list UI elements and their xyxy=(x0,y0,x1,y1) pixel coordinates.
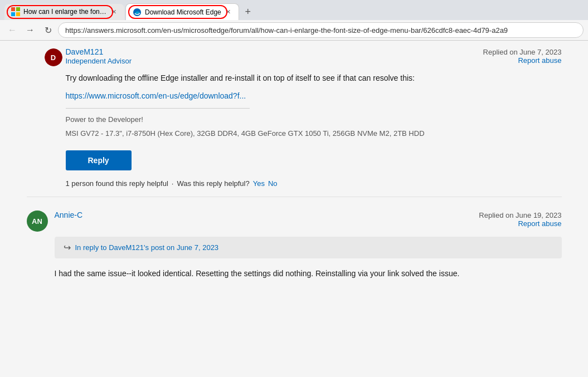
tab-1-title: How can I enlarge the font size o xyxy=(23,8,107,16)
in-reply-box: ↪ In reply to DaveM121's post on June 7,… xyxy=(55,237,562,258)
tab-2-close[interactable]: ✕ xyxy=(225,7,232,17)
anniec-avatar: AN xyxy=(27,210,48,232)
anniec-body: I had the same issue--it looked identica… xyxy=(55,267,562,280)
refresh-button[interactable]: ↻ xyxy=(40,22,56,38)
user-info-2: Annie-C xyxy=(55,210,83,219)
reply-button-row-1: Reply xyxy=(66,150,562,170)
reply-header-2: Annie-C Replied on June 19, 2023 Report … xyxy=(55,210,562,228)
user-role-1: Independent Advisor xyxy=(66,57,132,65)
back-button[interactable]: ← xyxy=(4,22,20,38)
helpful-yes-button[interactable]: Yes xyxy=(253,179,265,188)
tab-bar: How can I enlarge the font size o ✕ Down… xyxy=(0,0,588,20)
helpful-dot: · xyxy=(172,179,174,188)
reply-block-anniec: AN Annie-C Replied on June 19, 2023 Repo… xyxy=(16,202,573,288)
reply-date-2: Replied on June 19, 2023 xyxy=(479,211,561,219)
tab-2-title: Download Microsoft Edge xyxy=(145,8,221,16)
anniec-content: Annie-C Replied on June 19, 2023 Report … xyxy=(55,210,562,280)
browser-chrome: How can I enlarge the font size o ✕ Down… xyxy=(0,0,588,41)
reply-sig-1: Power to the Developer! xyxy=(66,114,562,126)
username-davem121[interactable]: DaveM121 xyxy=(66,47,104,56)
helpful-count: 1 person found this reply helpful xyxy=(66,179,168,188)
username-anniec[interactable]: Annie-C xyxy=(55,210,83,219)
reply-meta-1: Replied on June 7, 2023 Report abuse xyxy=(483,47,562,65)
reply-divider-1 xyxy=(66,108,250,109)
helpful-no-button[interactable]: No xyxy=(268,179,278,188)
reply-date-1: Replied on June 7, 2023 xyxy=(483,48,562,56)
reply-sys-1: MSI GV72 - 17.3", i7-8750H (Hex Core), 3… xyxy=(66,128,562,140)
reply-block-davem121: D DaveM121 Independent Advisor Replied o… xyxy=(16,41,573,194)
report-abuse-2[interactable]: Report abuse xyxy=(479,219,561,228)
section-divider xyxy=(27,197,562,197)
tab-1[interactable]: How can I enlarge the font size o ✕ xyxy=(4,4,124,20)
svg-rect-0 xyxy=(11,7,15,11)
helpful-row-1: 1 person found this reply helpful · Was … xyxy=(66,179,562,188)
in-reply-link[interactable]: In reply to DaveM121's post on June 7, 2… xyxy=(75,243,219,252)
address-bar[interactable] xyxy=(58,22,584,38)
davem121-avatar: D xyxy=(45,48,62,66)
tab-2-favicon xyxy=(133,8,142,17)
reply-meta-2: Replied on June 19, 2023 Report abuse xyxy=(479,210,561,228)
svg-rect-1 xyxy=(16,7,20,11)
reply-header-1: DaveM121 Independent Advisor Replied on … xyxy=(66,47,562,65)
reply-text-1: Try downloading the offline Edge install… xyxy=(66,72,562,84)
reply-arrow-icon: ↪ xyxy=(64,242,71,253)
forward-button[interactable]: → xyxy=(22,22,38,38)
tab-1-favicon xyxy=(11,7,20,16)
reply-link-1[interactable]: https://www.microsoft.com/en-us/edge/dow… xyxy=(66,91,246,100)
reply-button-1[interactable]: Reply xyxy=(66,150,132,170)
svg-rect-3 xyxy=(16,12,20,16)
new-tab-button[interactable]: + xyxy=(240,4,256,19)
reply-body-1: Try downloading the offline Edge install… xyxy=(66,72,562,139)
anniec-initials: AN xyxy=(32,217,42,226)
user-info-1: DaveM121 Independent Advisor xyxy=(66,47,132,65)
tab-1-close[interactable]: ✕ xyxy=(110,7,118,17)
post-container: D DaveM121 Independent Advisor Replied o… xyxy=(16,41,573,289)
svg-rect-2 xyxy=(11,12,15,16)
page-content: D DaveM121 Independent Advisor Replied o… xyxy=(0,41,588,364)
nav-bar: ← → ↻ xyxy=(0,20,588,40)
tab-2[interactable]: Download Microsoft Edge ✕ xyxy=(125,3,239,20)
was-helpful-label: Was this reply helpful? xyxy=(177,179,249,188)
report-abuse-1[interactable]: Report abuse xyxy=(483,56,562,65)
